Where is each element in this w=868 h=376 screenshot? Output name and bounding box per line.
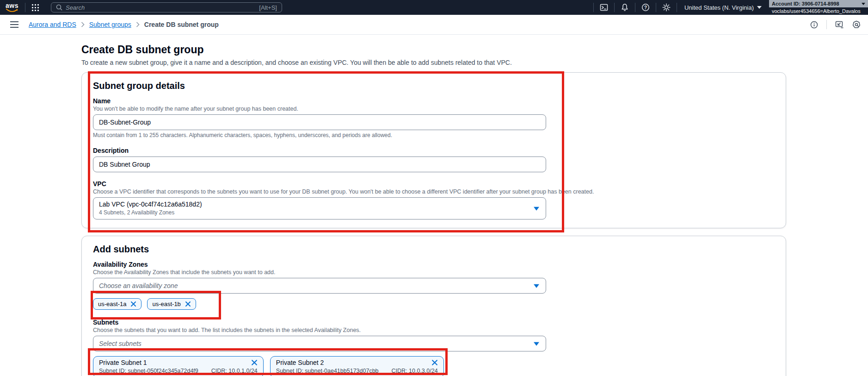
availability-zone-select[interactable]: Choose an availability zone: [93, 278, 546, 294]
az-token-label: us-east-1b: [152, 301, 180, 307]
breadcrumb-current: Create DB subnet group: [144, 21, 219, 28]
az-token-label: us-east-1a: [98, 301, 126, 307]
region-label: United States (N. Virginia): [684, 4, 754, 11]
page-description: To create a new subnet group, give it a …: [81, 59, 868, 67]
name-field: Name You won't be able to modify the nam…: [93, 97, 775, 139]
svg-text:?: ?: [644, 5, 647, 10]
breadcrumb-link-aurora-rds[interactable]: Aurora and RDS: [29, 21, 76, 28]
description-label: Description: [93, 146, 775, 155]
divider: [826, 20, 827, 29]
subnets-card-title: Add subnets: [93, 244, 775, 255]
account-user-label: voclabs/user4534656=Alberto_Davalos: [772, 8, 861, 14]
subnets-placeholder: Select subnets: [99, 340, 142, 347]
open-panel-icon[interactable]: [835, 20, 844, 29]
breadcrumb: Aurora and RDS Subnet groups Create DB s…: [29, 21, 219, 28]
close-icon[interactable]: [431, 359, 438, 366]
add-subnets-card: Add subnets Availability Zones Choose th…: [81, 236, 786, 376]
close-icon[interactable]: [130, 301, 136, 307]
subnet-group-details-card: Subnet group details Name You won't be a…: [81, 72, 786, 228]
chevron-down-icon: [757, 6, 762, 9]
vpc-select[interactable]: Lab VPC (vpc-0c4f74c12a6a518d2) 4 Subnet…: [93, 197, 546, 219]
availability-zone-placeholder: Choose an availability zone: [99, 282, 178, 289]
chevron-right-icon: [136, 22, 140, 27]
subnet-token-private-subnet-2: Private Subnet 2 Subnet ID: subnet-0ae41…: [270, 356, 444, 376]
subnets-field: Subnets Choose the subnets that you want…: [93, 318, 775, 376]
subnet-token-id: Subnet ID: subnet-0ae41bb5173d07cbb: [276, 368, 379, 375]
az-token-us-east-1a: us-east-1a: [93, 298, 142, 310]
vpc-field: VPC Choose a VPC identifier that corresp…: [93, 180, 775, 219]
main-content: Create DB subnet group To create a new s…: [0, 35, 868, 376]
search-input[interactable]: Search [Alt+S]: [51, 2, 282, 13]
chevron-down-icon: [534, 207, 539, 211]
search-shortcut: [Alt+S]: [259, 4, 277, 11]
subnet-token-id: Subnet ID: subnet-050f24c345a72d4f9: [99, 368, 198, 375]
breadcrumb-link-subnet-groups[interactable]: Subnet groups: [89, 21, 131, 28]
subnet-token-cidr: CIDR: 10.0.3.0/24: [392, 368, 438, 375]
chevron-down-icon: [862, 3, 865, 5]
nav-right-group: ? United States (N. Virginia) Account ID: [593, 0, 868, 15]
availability-zones-label: Availability Zones: [93, 260, 775, 269]
vpc-selected-detail: 4 Subnets, 2 Availability Zones: [99, 209, 529, 216]
az-token-us-east-1b: us-east-1b: [147, 298, 196, 310]
close-icon[interactable]: [251, 359, 258, 366]
subnet-token-name: Private Subnet 2: [276, 358, 324, 367]
cloudshell-icon[interactable]: [594, 0, 614, 15]
search-placeholder: Search: [66, 4, 85, 11]
aws-smile-icon: [6, 8, 18, 12]
page-title: Create DB subnet group: [81, 43, 868, 56]
account-user-row: voclabs/user4534656=Alberto_Davalos: [769, 7, 868, 15]
amazon-q-icon[interactable]: [852, 20, 861, 29]
subnet-token-private-subnet-1: Private Subnet 1 Subnet ID: subnet-050f2…: [93, 356, 264, 376]
top-navigation-bar: aws Search [Alt+S]: [0, 0, 868, 15]
chevron-down-icon: [534, 284, 539, 288]
subnet-tokens: Private Subnet 1 Subnet ID: subnet-050f2…: [93, 356, 775, 376]
subnet-token-cidr: CIDR: 10.0.1.0/24: [211, 368, 258, 375]
description-input[interactable]: [93, 157, 546, 172]
account-id-label: Account ID: 3906-0714-8998: [772, 1, 839, 6]
hamburger-icon[interactable]: [6, 19, 22, 31]
region-selector[interactable]: United States (N. Virginia): [677, 4, 769, 11]
close-icon[interactable]: [185, 301, 191, 307]
availability-zones-hint: Choose the Availability Zones that inclu…: [93, 269, 775, 276]
breadcrumb-actions: [810, 20, 861, 29]
aws-logo[interactable]: aws: [6, 3, 18, 12]
details-card-title: Subnet group details: [93, 80, 775, 91]
subnets-select[interactable]: Select subnets: [93, 336, 546, 351]
name-label: Name: [93, 97, 775, 105]
nav-left-group: aws Search [Alt+S]: [0, 0, 282, 15]
apps-grid-icon[interactable]: [25, 0, 45, 15]
availability-zones-field: Availability Zones Choose the Availabili…: [93, 260, 775, 310]
subnets-hint: Choose the subnets that you want to add.…: [93, 326, 775, 334]
search-icon: [56, 4, 62, 11]
availability-zone-tokens: us-east-1a us-east-1b: [93, 298, 775, 310]
gear-icon[interactable]: [656, 0, 677, 15]
chevron-down-icon: [534, 342, 539, 346]
account-id-row: Account ID: 3906-0714-8998: [769, 0, 868, 7]
aws-logo-text: aws: [6, 3, 18, 8]
vpc-selected-value: Lab VPC (vpc-0c4f74c12a6a518d2): [99, 201, 529, 208]
subnet-token-name: Private Subnet 1: [99, 358, 147, 367]
bell-icon[interactable]: [615, 0, 635, 15]
name-constraint: Must contain from 1 to 255 characters. A…: [93, 132, 775, 139]
name-hint: You won't be able to modify the name aft…: [93, 105, 775, 113]
chevron-right-icon: [81, 22, 85, 27]
subnets-label: Subnets: [93, 318, 775, 326]
info-icon[interactable]: [810, 21, 818, 29]
vpc-hint: Choose a VPC identifier that corresponds…: [93, 188, 775, 195]
help-icon[interactable]: ?: [635, 0, 656, 15]
account-menu[interactable]: Account ID: 3906-0714-8998 voclabs/user4…: [769, 0, 868, 15]
name-input[interactable]: [93, 114, 546, 130]
breadcrumb-bar: Aurora and RDS Subnet groups Create DB s…: [0, 15, 868, 35]
vpc-label: VPC: [93, 180, 775, 188]
description-field: Description: [93, 146, 775, 172]
